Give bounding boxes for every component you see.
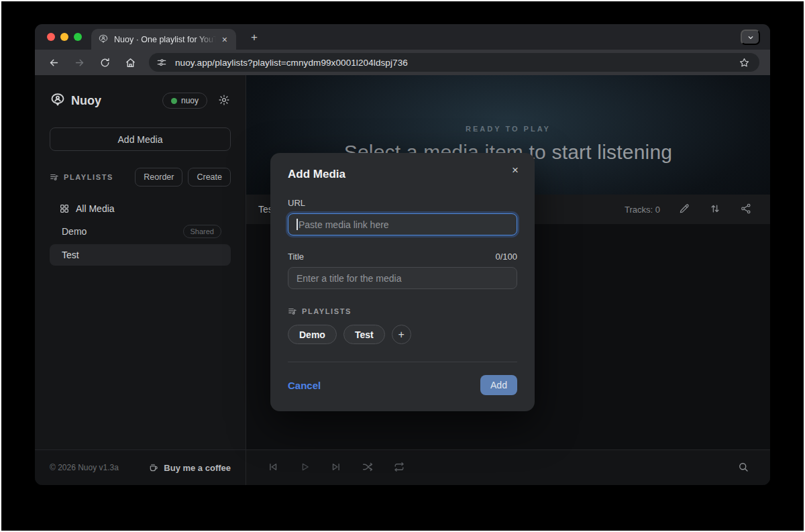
forward-button[interactable] — [71, 54, 87, 70]
reload-button[interactable] — [97, 54, 113, 70]
playlist-list: All Media Demo Shared Test — [50, 197, 231, 266]
playlist-name: Demo — [62, 226, 87, 237]
sidebar-header: Nuoy nuoy — [35, 93, 246, 109]
modal-playlists-label: PLAYLISTS — [302, 307, 352, 315]
next-track-button[interactable] — [329, 461, 343, 474]
repeat-icon — [393, 461, 405, 473]
username: nuoy — [181, 96, 199, 105]
app-footer: © 2026 Nuoy v1.3a Buy me a coffee — [35, 449, 770, 485]
shared-badge: Shared — [183, 225, 221, 238]
play-icon — [299, 461, 311, 473]
search-icon — [737, 461, 749, 473]
previous-track-button[interactable] — [266, 461, 280, 474]
forward-arrow-icon — [74, 57, 85, 68]
nuoy-logo-icon — [50, 93, 66, 109]
url-field-label: URL — [288, 198, 517, 208]
url-text: nuoy.app/playlists?playlist=cmnydm99x000… — [175, 58, 737, 68]
playlist-icon — [50, 172, 59, 182]
bookmark-star-button[interactable] — [737, 55, 751, 70]
sort-updown-icon — [709, 203, 721, 215]
hero-eyebrow: READY TO PLAY — [466, 125, 551, 133]
title-field-label: Title — [288, 252, 304, 262]
sort-tracks-button[interactable] — [708, 203, 722, 216]
playlist-chip-demo[interactable]: Demo — [288, 325, 337, 344]
add-media-modal: Add Media × URL Title 0/100 PLAYLISTS De… — [270, 153, 535, 411]
shuffle-icon — [362, 461, 374, 473]
tab-strip: Nuoy · One playlist for YouTube × + — [35, 24, 770, 50]
coffee-label: Buy me a coffee — [164, 463, 231, 473]
sidebar: Nuoy nuoy Add Media PLAYLIST — [35, 75, 246, 449]
settings-button[interactable] — [217, 94, 231, 107]
buy-me-a-coffee-link[interactable]: Buy me a coffee — [148, 462, 231, 473]
skip-next-icon — [330, 461, 342, 473]
screenshot-frame: Nuoy · One playlist for YouTube × + — [0, 0, 805, 532]
window-controls — [47, 33, 82, 41]
search-button[interactable] — [737, 461, 750, 474]
plus-icon: + — [398, 329, 404, 341]
browser-window: Nuoy · One playlist for YouTube × + — [35, 24, 770, 485]
share-icon — [740, 203, 752, 215]
home-button[interactable] — [122, 54, 138, 70]
chevron-down-icon — [747, 34, 755, 42]
new-tab-button[interactable]: + — [246, 29, 263, 46]
add-media-button[interactable]: Add Media — [50, 127, 231, 151]
app-name: Nuoy — [71, 94, 101, 108]
play-button[interactable] — [298, 461, 311, 474]
modal-playlists-header: PLAYLISTS — [288, 307, 517, 316]
browser-tab[interactable]: Nuoy · One playlist for YouTube × — [91, 29, 236, 50]
tab-close-icon[interactable]: × — [219, 34, 230, 46]
all-media-label: All Media — [76, 203, 115, 214]
maximize-window-button[interactable] — [74, 33, 82, 41]
tab-title: Nuoy · One playlist for YouTube — [114, 35, 219, 44]
sidebar-item-playlist-demo[interactable]: Demo Shared — [50, 220, 231, 243]
grid-icon — [59, 203, 70, 214]
user-status-badge[interactable]: nuoy — [162, 93, 207, 109]
title-input[interactable] — [288, 267, 517, 289]
footer-left: © 2026 Nuoy v1.3a Buy me a coffee — [35, 450, 246, 485]
playlist-chips: Demo Test + — [288, 325, 517, 344]
reorder-button[interactable]: Reorder — [135, 168, 182, 187]
modal-title: Add Media — [288, 168, 517, 181]
modal-close-icon[interactable]: × — [509, 161, 521, 180]
sidebar-item-all-media[interactable]: All Media — [50, 197, 231, 220]
edit-playlist-button[interactable] — [678, 203, 691, 216]
share-playlist-button[interactable] — [739, 203, 753, 216]
close-window-button[interactable] — [47, 33, 55, 41]
text-caret — [297, 219, 298, 230]
back-arrow-icon — [48, 57, 60, 68]
online-status-dot — [171, 98, 177, 104]
back-button[interactable] — [46, 54, 62, 70]
playlists-section-header: PLAYLISTS Reorder Create — [50, 168, 231, 187]
playlists-label: PLAYLISTS — [64, 173, 113, 181]
add-button[interactable]: Add — [480, 375, 517, 395]
skip-previous-icon — [267, 461, 279, 473]
playlist-name: Test — [62, 250, 79, 260]
address-bar[interactable]: nuoy.app/playlists?playlist=cmnydm99x000… — [149, 53, 759, 72]
modal-divider — [288, 362, 517, 362]
gear-icon — [218, 94, 230, 106]
tab-search-button[interactable] — [741, 30, 760, 45]
star-icon — [739, 57, 750, 68]
player-bar — [246, 450, 770, 485]
title-char-counter: 0/100 — [495, 252, 517, 262]
home-icon — [125, 57, 136, 68]
repeat-button[interactable] — [392, 461, 406, 474]
tracks-count: Tracks: 0 — [625, 205, 660, 215]
playlist-chip-test[interactable]: Test — [343, 325, 385, 344]
sidebar-item-playlist-test[interactable]: Test — [50, 244, 231, 266]
cancel-button[interactable]: Cancel — [288, 380, 321, 391]
add-playlist-chip-button[interactable]: + — [392, 325, 411, 344]
coffee-cup-icon — [148, 462, 159, 473]
tune-icon — [156, 56, 168, 68]
browser-toolbar: nuoy.app/playlists?playlist=cmnydm99x000… — [35, 50, 770, 75]
nuoy-favicon-icon — [98, 34, 109, 45]
playlist-icon — [288, 307, 297, 316]
copyright-text: © 2026 Nuoy v1.3a — [50, 463, 119, 472]
url-input[interactable] — [288, 213, 517, 235]
site-info-button[interactable] — [154, 55, 169, 70]
shuffle-button[interactable] — [361, 461, 374, 474]
reload-icon — [99, 57, 111, 68]
create-button[interactable]: Create — [188, 168, 231, 187]
pencil-icon — [678, 203, 690, 215]
minimize-window-button[interactable] — [60, 33, 68, 41]
